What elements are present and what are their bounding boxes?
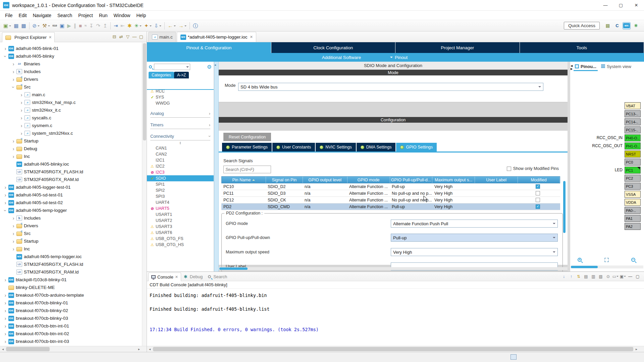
- console-horizontal-scrollbar[interactable]: ◂ ▸: [147, 346, 644, 352]
- editor-tab[interactable]: .cmain.c: [148, 32, 176, 42]
- tree-expand-icon[interactable]: ›: [11, 77, 16, 82]
- table-vscroll-thumb[interactable]: [563, 181, 566, 233]
- dropdown-caret-icon[interactable]: [38, 25, 40, 27]
- tree-expand-icon[interactable]: ›: [3, 192, 8, 198]
- run-last-icon[interactable]: ⇥: [113, 21, 119, 30]
- sidebar-tab-az[interactable]: A->Z: [174, 72, 189, 78]
- field-select-maximum-output-speed[interactable]: Very High: [391, 248, 558, 256]
- pin-vssa[interactable]: VSSA: [625, 191, 641, 198]
- console-tab-console[interactable]: Console✕: [148, 273, 181, 281]
- tree-item[interactable]: ›Inc: [0, 245, 142, 253]
- link-with-editor-icon[interactable]: ⇄: [118, 34, 124, 40]
- scroll-left-icon[interactable]: ◂: [0, 346, 6, 352]
- category-splitter[interactable]: [214, 62, 219, 272]
- tree-item[interactable]: ›IDEadafruit-f405-logger-test-01: [0, 183, 142, 191]
- console-display-icon[interactable]: ▣: [59, 21, 65, 30]
- tree-item[interactable]: ›.csystem_stm32f4xx.c: [0, 129, 142, 137]
- console-tab-debug[interactable]: ✱Debug: [181, 273, 205, 281]
- tree-item[interactable]: ›Debug: [0, 145, 142, 153]
- column-header[interactable]: GPIO mode: [347, 177, 390, 183]
- menu-navigate[interactable]: Navigate: [30, 12, 54, 19]
- tree-expand-icon[interactable]: ›: [19, 108, 24, 113]
- debug-launch-icon[interactable]: ✳: [133, 21, 143, 30]
- search-signals-input[interactable]: [223, 166, 271, 173]
- project-explorer-tab[interactable]: Project Explorer ✕: [2, 32, 55, 42]
- pinout-tab-pinout[interactable]: Pinou...: [575, 62, 596, 71]
- tree-expand-icon[interactable]: ›: [11, 246, 16, 252]
- pin-pc2[interactable]: PC2: [625, 175, 641, 182]
- modified-checkbox[interactable]: [536, 204, 540, 209]
- tree-item[interactable]: ›hIncludes: [0, 68, 142, 75]
- dropdown-caret-icon[interactable]: [48, 25, 50, 27]
- pinout-splitter[interactable]: [568, 62, 570, 272]
- tree-item[interactable]: ›Src: [0, 230, 142, 237]
- maximize-button[interactable]: ▢: [613, 0, 629, 11]
- tree-item[interactable]: MXadafruit-f405-blinky.ioc: [0, 160, 142, 168]
- c-cpp-perspective-icon[interactable]: C: [613, 22, 621, 29]
- column-header[interactable]: Pin Name: [222, 177, 266, 183]
- tree-expand-icon[interactable]: ›: [3, 316, 8, 321]
- maximize-view-icon[interactable]: ▢: [138, 34, 145, 40]
- pin-vdda[interactable]: VDDA: [625, 199, 641, 206]
- step-into-icon[interactable]: ↧: [88, 21, 95, 30]
- deviceconfig-perspective-icon[interactable]: MX: [623, 22, 631, 29]
- tree-item[interactable]: ›IDEbreakout-f070cb-blinky-02: [0, 307, 142, 314]
- info-icon[interactable]: ⓘ: [192, 21, 199, 30]
- tree-expand-icon[interactable]: ›: [19, 123, 24, 128]
- category-section-timers[interactable]: Timers›: [150, 121, 210, 129]
- console-hscroll-thumb[interactable]: [153, 347, 633, 351]
- tree-item[interactable]: ›IDEbreakout-f070cb-btn-int-02: [0, 330, 142, 338]
- scroll-right-icon[interactable]: ▸: [634, 346, 639, 352]
- scroll-to-top-icon[interactable]: ↑: [568, 273, 575, 280]
- tree-item[interactable]: ›Drivers: [0, 222, 142, 230]
- close-view-icon[interactable]: ✕: [49, 35, 52, 40]
- explorer-vertical-scrollbar[interactable]: [142, 43, 147, 346]
- pin-ph1o[interactable]: PH1-O..: [625, 142, 641, 149]
- tree-expand-icon[interactable]: ›: [3, 331, 8, 337]
- dropdown-caret-icon[interactable]: [174, 25, 176, 27]
- tree-expand-icon[interactable]: ›: [11, 138, 16, 144]
- peripheral-item-i2c1[interactable]: I2C1: [147, 157, 214, 163]
- additional-software-button[interactable]: Additional Software: [308, 53, 375, 62]
- tree-item[interactable]: LDSTM32F405RGTX_RAM.ld: [0, 268, 142, 276]
- pin-pa2[interactable]: PA2: [625, 223, 641, 230]
- config-tab-nvic-settings[interactable]: NVIC Settings: [316, 143, 356, 152]
- peripheral-item-i2c2[interactable]: ⚠I2C2: [147, 163, 214, 169]
- show-modified-pins-filter[interactable]: Show only Modified Pins: [507, 166, 559, 171]
- tree-item[interactable]: ›IDEbreakout-f070cb-btn-int-01: [0, 322, 142, 330]
- profile-icon[interactable]: ⇤: [119, 21, 126, 30]
- explorer-hscroll-thumb[interactable]: [6, 347, 50, 351]
- tree-expand-icon[interactable]: ›: [11, 146, 16, 152]
- tree-expand-icon[interactable]: ›: [3, 200, 8, 205]
- terminate-icon[interactable]: ■: [78, 21, 83, 30]
- tree-expand-icon[interactable]: ›: [11, 216, 16, 221]
- pin-pc13[interactable]: PC13-..: [625, 110, 641, 117]
- peripheral-item-spi3[interactable]: SPI3: [147, 193, 214, 199]
- pin-pc0[interactable]: PC0: [625, 159, 641, 166]
- menu-search[interactable]: Search: [54, 12, 75, 19]
- menu-file[interactable]: File: [2, 12, 16, 19]
- column-header[interactable]: GPIO Pull-up/Pull-d...: [390, 177, 433, 183]
- tree-expand-icon[interactable]: ›: [3, 46, 8, 51]
- tree-item[interactable]: ›IDEadafruit-f405-sd-test-02: [0, 199, 142, 206]
- quick-access-button[interactable]: Quick Access: [564, 22, 600, 29]
- column-header[interactable]: Maximum output s...: [432, 177, 475, 183]
- menu-window[interactable]: Window: [111, 12, 133, 19]
- peripheral-item-uart4[interactable]: UART4: [147, 199, 214, 205]
- tree-item[interactable]: ›.cstm32f4xx_hal_msp.c: [0, 99, 142, 106]
- resume-icon[interactable]: ▶: [66, 21, 72, 30]
- show-console-on-output-icon[interactable]: ⇅: [575, 273, 582, 280]
- dropdown-caret-icon[interactable]: [616, 276, 619, 278]
- tree-item[interactable]: LDSTM32F405RGTX_FLASH.ld: [0, 168, 142, 176]
- tree-expand-icon[interactable]: ›: [3, 308, 8, 313]
- dropdown-caret-icon[interactable]: [184, 25, 186, 27]
- dropdown-caret-icon[interactable]: [9, 25, 11, 27]
- tree-item[interactable]: ›IDEadafruit-f405-sd-test-01: [0, 191, 142, 199]
- reset-configuration-button[interactable]: Reset Configuration: [223, 133, 271, 141]
- tree-item[interactable]: ›IDEblackpill-f103c8-blinky-01: [0, 276, 142, 284]
- tree-item[interactable]: ›Startup: [0, 137, 142, 145]
- peripheral-search-combo[interactable]: [154, 64, 190, 70]
- tab-tools[interactable]: Tools: [520, 42, 644, 53]
- skip-breakpoints-icon[interactable]: ⊘: [32, 21, 41, 30]
- tree-item[interactable]: ›IDEbreakout-f070cb-blinky-01: [0, 299, 142, 307]
